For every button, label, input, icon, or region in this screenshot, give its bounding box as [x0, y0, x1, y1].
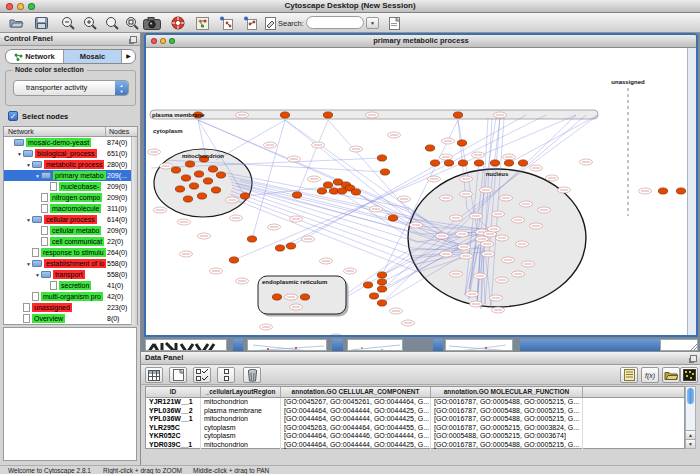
search-input[interactable] — [306, 16, 364, 29]
selected-gene-node[interactable] — [474, 160, 483, 166]
table-cell[interactable]: mitochondrion — [201, 398, 281, 407]
selected-gene-node[interactable] — [377, 279, 386, 285]
scroll-down-icon[interactable]: ▼ — [686, 439, 695, 448]
unselect-attributes-icon[interactable] — [217, 367, 235, 383]
selected-gene-node[interactable] — [380, 169, 389, 175]
annotation-page-icon[interactable] — [260, 15, 280, 31]
zoom-selected-icon[interactable] — [122, 15, 142, 31]
network-window-controls[interactable] — [151, 38, 175, 44]
table-row[interactable]: YPL036W__2plasma membrane[GO:0044464, GO… — [146, 407, 684, 416]
tree-item-metabolic-process[interactable]: ▼metabolic process280(0) — [4, 159, 137, 170]
new-attribute-icon[interactable] — [169, 367, 187, 383]
selected-gene-node[interactable] — [425, 145, 434, 151]
table-row[interactable]: YDR039C__1mitochondrion[GO:0044464, GO:0… — [146, 441, 684, 450]
table-row[interactable]: YPL036W__1mitochondrion[GO:0044464, GO:0… — [146, 415, 684, 424]
selected-gene-node[interactable] — [185, 161, 194, 167]
column-header[interactable]: annotation.GO CELLULAR_COMPONENT — [281, 387, 431, 397]
function-builder-icon[interactable]: f(x) — [641, 367, 659, 383]
window-controls[interactable] — [6, 3, 35, 10]
tree-item-transport[interactable]: ▼transport558(0) — [4, 269, 137, 280]
import-attributes-icon[interactable] — [662, 367, 680, 383]
snapshot-icon[interactable] — [140, 15, 164, 31]
selected-gene-node[interactable] — [280, 112, 289, 118]
selected-gene-node[interactable] — [453, 112, 462, 118]
selected-gene-node[interactable] — [275, 245, 284, 251]
selected-gene-node[interactable] — [323, 112, 332, 118]
selected-gene-node[interactable] — [363, 282, 372, 288]
zoom-window-icon[interactable] — [28, 3, 35, 10]
selected-gene-node[interactable] — [377, 300, 386, 306]
notes-icon[interactable] — [620, 367, 638, 383]
background-window-edge[interactable] — [332, 339, 343, 351]
tree-item-unassigned[interactable]: unassigned223(0) — [4, 302, 137, 313]
tree-item-nucleobase-[interactable]: nucleobase-209(0) — [4, 181, 137, 192]
table-cell[interactable]: [GO:0044464, GO:0044444, GO:0044425, G..… — [281, 441, 431, 450]
selected-gene-node[interactable] — [377, 286, 386, 292]
tree-expander-icon[interactable]: ▼ — [25, 261, 32, 267]
tree-item-cell-communicat[interactable]: cell communicat22(0) — [4, 236, 137, 247]
selected-gene-node[interactable] — [676, 188, 685, 194]
selected-gene-node[interactable] — [388, 215, 397, 221]
background-window-edge[interactable] — [520, 339, 660, 351]
tree-item-response-to-stimulu[interactable]: response to stimulu264(0) — [4, 247, 137, 258]
table-row[interactable]: YJR121W__1mitochondrion[GO:0045267, GO:0… — [146, 398, 684, 407]
open-folder-icon[interactable] — [6, 15, 26, 31]
zoom-fit-icon[interactable] — [102, 15, 122, 31]
table-cell[interactable]: [GO:0045263, GO:0044464, GO:0044455, G..… — [281, 424, 431, 433]
selected-gene-node[interactable] — [292, 192, 301, 198]
attribute-table-icon[interactable] — [145, 367, 163, 383]
selected-gene-node[interactable] — [203, 178, 212, 184]
node-color-combobox[interactable]: transporter activity ▲▼ — [13, 80, 129, 96]
background-window-fragment[interactable] — [445, 339, 513, 351]
table-header-row[interactable]: ID_cellularLayoutRegionannotation.GO CEL… — [146, 387, 684, 398]
tree-item-macromolecule[interactable]: macromolecule311(0) — [4, 203, 137, 214]
column-header[interactable]: _cellularLayoutRegion — [201, 387, 281, 397]
table-cell[interactable]: YKR052C — [146, 432, 201, 441]
search-dropdown-icon[interactable]: ▼ — [366, 17, 379, 29]
table-cell[interactable]: mitochondrion — [201, 415, 281, 424]
network-view-window[interactable]: primary metabolic process plasma membran… — [144, 33, 698, 337]
save-icon[interactable] — [31, 15, 51, 31]
table-cell[interactable]: [GO:0016787, GO:0005488, GO:0005215, G..… — [431, 441, 583, 450]
network-window-titlebar[interactable]: primary metabolic process — [146, 35, 696, 48]
table-cell[interactable]: YLR295C — [146, 424, 201, 433]
select-attributes-icon[interactable] — [193, 367, 211, 383]
selected-gene-node[interactable] — [444, 160, 453, 166]
network-canvas[interactable]: plasma membranecytoplasmmitochondrionnuc… — [146, 48, 687, 335]
selected-gene-node[interactable] — [323, 182, 332, 188]
tree-item-secretion[interactable]: secretion41(0) — [4, 280, 137, 291]
zoom-out-icon[interactable] — [58, 15, 78, 31]
selected-gene-node[interactable] — [189, 183, 198, 189]
table-cell[interactable]: mitochondrion — [201, 441, 281, 450]
selected-gene-node[interactable] — [181, 175, 190, 181]
table-cell[interactable]: [GO:0016787, GO:0005488, GO:0005215, G..… — [431, 415, 583, 424]
selected-gene-node[interactable] — [229, 257, 238, 263]
background-window-fragment[interactable] — [347, 339, 403, 351]
zoom-view-icon[interactable] — [169, 38, 175, 44]
background-window-fragment[interactable] — [247, 339, 327, 351]
network-vertical-scrollbar[interactable] — [687, 48, 696, 335]
table-cell[interactable]: [GO:0016787, GO:0005215, GO:0003824, G..… — [431, 424, 583, 433]
plugin-network-a-icon[interactable] — [216, 15, 236, 31]
selected-gene-node[interactable] — [351, 189, 360, 195]
network-tree[interactable]: mosaic-demo-yeast874(0)▼biological_proce… — [3, 137, 138, 325]
selected-gene-node[interactable] — [377, 272, 386, 278]
table-cell[interactable]: YDR039C__1 — [146, 441, 201, 450]
resize-grip[interactable] — [660, 339, 698, 351]
selected-gene-node[interactable] — [240, 193, 249, 199]
tree-expander-icon[interactable]: ▼ — [34, 173, 41, 179]
selected-gene-node[interactable] — [377, 155, 386, 161]
tree-item-primary-metabo[interactable]: ▼primary metabo209(... — [4, 170, 137, 181]
table-cell[interactable]: YPL036W__2 — [146, 407, 201, 416]
tree-item-mosaic-demo-yeast[interactable]: mosaic-demo-yeast874(0) — [4, 137, 137, 148]
table-row[interactable]: YKR052Ccytoplasm[GO:0044464, GO:0044446,… — [146, 432, 684, 441]
selected-gene-node[interactable] — [171, 167, 180, 173]
selected-gene-node[interactable] — [208, 166, 217, 172]
selected-gene-node[interactable] — [247, 236, 256, 242]
column-header[interactable]: ID — [146, 387, 201, 397]
new-document-icon[interactable] — [384, 15, 404, 31]
selected-gene-node[interactable] — [430, 160, 439, 166]
selected-gene-node[interactable] — [272, 294, 281, 300]
column-header[interactable]: annotation.GO MOLECULAR_FUNCTION — [431, 387, 583, 397]
plugin-network-b-icon[interactable] — [240, 15, 260, 31]
